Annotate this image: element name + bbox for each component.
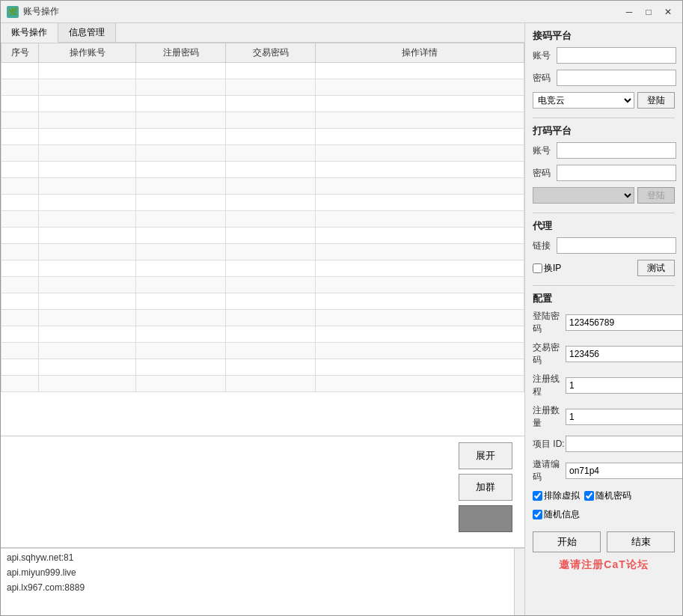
exclude-virtual-text: 排除虚拟 [544, 490, 580, 502]
reg-count-input[interactable] [566, 409, 682, 425]
table-row [1, 343, 524, 359]
tabs: 账号操作 信息管理 [1, 23, 524, 43]
table-row [1, 79, 524, 96]
punch-password-input[interactable] [557, 165, 676, 181]
punch-account-row: 账号 [533, 142, 675, 159]
exclude-virtual-checkbox[interactable] [533, 491, 542, 501]
col-header-account: 操作账号 [39, 43, 136, 63]
login-pwd-input[interactable] [566, 314, 682, 331]
invite-code-label: 邀请编码 [533, 458, 566, 484]
login-pwd-label: 登陆密码 [533, 310, 566, 335]
trade-pwd-input[interactable] [566, 346, 682, 362]
table-row [1, 277, 524, 293]
table-row [1, 162, 524, 178]
receive-password-label: 密码 [533, 72, 554, 85]
punch-login-button[interactable]: 登陆 [637, 187, 675, 204]
col-header-detail: 操作详情 [316, 43, 524, 63]
invite-code-row: 邀请编码 [533, 458, 675, 484]
table-row [1, 376, 524, 392]
checkbox-row-2: 随机信息 [533, 508, 675, 521]
random-pwd-label[interactable]: 随机密码 [584, 490, 631, 502]
tab-info-mgmt[interactable]: 信息管理 [58, 23, 116, 42]
join-group-button[interactable]: 加群 [459, 474, 512, 501]
api-list-container[interactable]: api.sqhyw.net:81 api.miyun999.live api.l… [1, 548, 524, 615]
reg-count-row: 注册数量 [533, 404, 675, 430]
invite-code-input[interactable] [566, 463, 682, 479]
expand-button[interactable]: 展开 [459, 442, 512, 469]
start-button[interactable]: 开始 [533, 531, 601, 552]
reg-thread-row: 注册线程 [533, 373, 675, 398]
table-row [1, 228, 524, 244]
checkbox-row-1: 排除虚拟 随机密码 [533, 490, 675, 502]
random-pwd-checkbox[interactable] [584, 491, 594, 501]
api-list: api.sqhyw.net:81 api.miyun999.live api.l… [1, 549, 524, 597]
maximize-button[interactable]: □ [640, 5, 657, 19]
punch-password-row: 密码 [533, 165, 675, 181]
window-controls: ─ □ ✕ [621, 5, 676, 19]
random-info-label[interactable]: 随机信息 [533, 508, 580, 521]
receive-account-input[interactable] [557, 47, 676, 64]
table-row [1, 195, 524, 211]
data-table: 序号 操作账号 注册密码 交易密码 操作详情 [1, 43, 524, 392]
watermark: 邀请注册CaT论坛 [533, 558, 675, 572]
proxy-test-button[interactable]: 测试 [637, 260, 675, 276]
exclude-virtual-label[interactable]: 排除虚拟 [533, 490, 580, 502]
api-list-item[interactable]: api.miyun999.live [1, 565, 524, 580]
receive-platform-title: 接码平台 [533, 29, 675, 43]
reg-count-label: 注册数量 [533, 404, 566, 430]
table-row [1, 260, 524, 277]
proxy-link-input[interactable] [557, 237, 676, 254]
receive-password-input[interactable] [557, 70, 676, 86]
punch-platform-title: 打码平台 [533, 124, 675, 138]
receive-password-row: 密码 [533, 70, 675, 86]
table-row [1, 63, 524, 79]
receive-account-label: 账号 [533, 49, 554, 62]
minimize-button[interactable]: ─ [621, 5, 637, 19]
title-bar: 🌿 账号操作 ─ □ ✕ [1, 1, 682, 23]
random-info-checkbox[interactable] [533, 510, 542, 519]
close-button[interactable]: ✕ [660, 5, 676, 19]
trade-pwd-row: 交易密码 [533, 341, 675, 367]
receive-platform-select[interactable]: 电竞云 其他1 [533, 92, 634, 109]
change-ip-label[interactable]: 换IP [533, 262, 561, 275]
divider-1 [533, 118, 675, 118]
project-id-input[interactable] [566, 436, 682, 452]
api-scrollbar[interactable] [514, 549, 524, 615]
log-buttons: 展开 加群 [459, 442, 512, 532]
receive-platform-select-row: 电竞云 其他1 登陆 [533, 92, 675, 109]
table-row [1, 359, 524, 376]
table-row [1, 129, 524, 145]
api-list-item[interactable]: api.lx967.com:8889 [1, 580, 524, 595]
table-container[interactable]: 序号 操作账号 注册密码 交易密码 操作详情 [1, 43, 524, 436]
stop-button[interactable]: 结束 [607, 531, 675, 552]
change-ip-text: 换IP [544, 262, 561, 275]
punch-platform-select-row: 登陆 [533, 187, 675, 204]
table-row [1, 244, 524, 260]
table-row [1, 211, 524, 228]
gray-button[interactable] [459, 505, 512, 532]
tab-account-ops[interactable]: 账号操作 [1, 23, 58, 43]
log-textarea[interactable] [1, 436, 524, 548]
main-content: 账号操作 信息管理 序号 操作账号 注册密码 交易密码 操作详情 [1, 23, 682, 615]
project-id-row: 项目 ID: [533, 436, 675, 452]
login-pwd-row: 登陆密码 [533, 310, 675, 335]
project-id-label: 项目 ID: [533, 438, 566, 451]
right-panel: 接码平台 账号 密码 电竞云 其他1 登陆 打码平台 账号 [525, 23, 682, 615]
punch-account-label: 账号 [533, 144, 554, 157]
table-row [1, 326, 524, 343]
change-ip-checkbox[interactable] [533, 263, 542, 273]
random-pwd-text: 随机密码 [595, 490, 631, 502]
proxy-link-label: 链接 [533, 240, 554, 252]
punch-account-input[interactable] [557, 142, 676, 159]
receive-login-button[interactable]: 登陆 [637, 92, 675, 109]
punch-platform-select[interactable] [533, 187, 634, 204]
app-title: 账号操作 [23, 5, 59, 18]
reg-thread-input[interactable] [566, 377, 682, 394]
api-list-item[interactable]: api.sqhyw.net:81 [1, 550, 524, 565]
proxy-options-row: 换IP 测试 [533, 260, 675, 276]
proxy-link-row: 链接 [533, 237, 675, 254]
table-row [1, 96, 524, 112]
random-info-text: 随机信息 [544, 508, 580, 521]
table-row [1, 145, 524, 162]
col-header-seq: 序号 [1, 43, 39, 63]
